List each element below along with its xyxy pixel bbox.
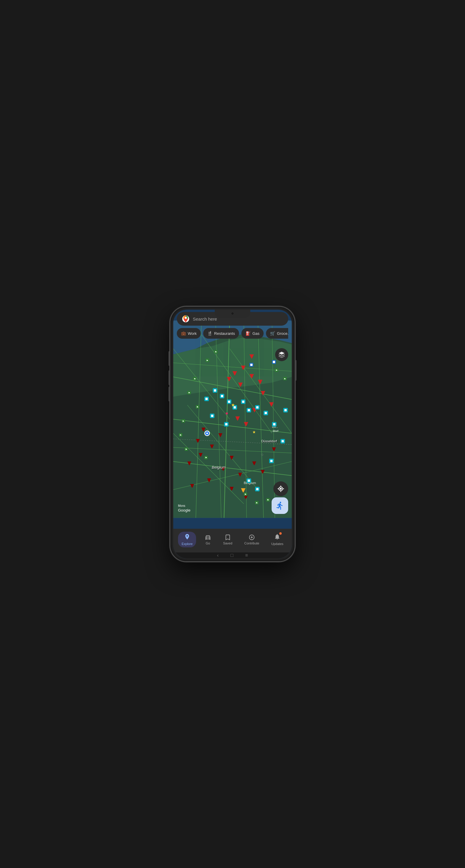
chip-work[interactable]: 💼 Work — [177, 328, 201, 339]
svg-rect-105 — [282, 440, 284, 442]
svg-point-29 — [234, 372, 236, 375]
svg-rect-99 — [211, 415, 213, 417]
nav-explore-icon-wrapper — [184, 533, 191, 541]
svg-point-166 — [206, 537, 207, 538]
svg-point-35 — [251, 375, 253, 377]
svg-point-31 — [228, 378, 230, 380]
svg-rect-147 — [273, 361, 275, 363]
nav-updates[interactable]: Updates — [268, 532, 287, 547]
category-chips: 💼 Work 🍴 Restaurants ⛽ Gas 🛒 Groce... — [177, 328, 288, 339]
svg-text:⚑: ⚑ — [205, 457, 207, 459]
svg-point-71 — [208, 479, 210, 482]
svg-text:⚑: ⚑ — [179, 434, 181, 437]
work-icon: 💼 — [181, 331, 186, 336]
svg-rect-107 — [284, 409, 287, 411]
svg-text:⚑: ⚑ — [275, 369, 278, 372]
svg-text:⚑: ⚑ — [196, 406, 198, 408]
nav-contribute[interactable]: Contribute — [241, 532, 263, 547]
phone-frame: Dü... ...ldorf Belgium — [170, 307, 295, 561]
nav-explore[interactable]: Explore — [178, 532, 196, 547]
svg-rect-109 — [270, 460, 273, 462]
svg-point-49 — [203, 429, 205, 431]
svg-point-25 — [251, 355, 253, 358]
svg-point-39 — [262, 392, 264, 395]
recents-button[interactable]: ≡ — [245, 553, 248, 558]
directions-icon — [275, 501, 284, 510]
chip-work-label: Work — [188, 331, 197, 336]
svg-text:⚑: ⚑ — [284, 378, 286, 380]
svg-point-43 — [253, 409, 256, 411]
location-button[interactable] — [273, 482, 288, 496]
mons-label: Mons — [178, 504, 191, 507]
map-container[interactable]: Dü... ...ldorf Belgium — [173, 310, 292, 529]
svg-point-69 — [262, 471, 264, 473]
explore-icon — [184, 533, 191, 540]
svg-rect-87 — [228, 401, 230, 403]
svg-rect-91 — [242, 401, 244, 403]
svg-text:★: ★ — [231, 402, 235, 407]
nav-contribute-label: Contribute — [244, 541, 259, 545]
home-button[interactable]: □ — [230, 553, 233, 558]
svg-text:⚑: ⚑ — [194, 378, 196, 380]
chip-restaurants-label: Restaurants — [214, 331, 235, 336]
nav-saved-label: Saved — [223, 541, 232, 545]
svg-marker-159 — [279, 352, 285, 355]
svg-point-77 — [191, 485, 193, 487]
svg-text:⚑: ⚑ — [206, 360, 208, 362]
layers-icon — [278, 351, 285, 358]
svg-point-156 — [242, 489, 244, 492]
chip-gas-label: Gas — [252, 331, 259, 336]
svg-point-45 — [236, 417, 239, 420]
chip-restaurants[interactable]: 🍴 Restaurants — [203, 328, 239, 339]
nav-go-label: Go — [206, 541, 210, 545]
country-label-belgium: Belgium — [212, 465, 226, 469]
svg-point-158 — [185, 317, 187, 319]
go-icon — [205, 534, 211, 540]
svg-point-51 — [197, 440, 199, 442]
google-maps-logo-icon — [181, 315, 190, 323]
svg-text:⚑: ⚑ — [215, 351, 217, 353]
map-svg: Dü... ...ldorf Belgium — [173, 310, 292, 529]
svg-text:⚑: ⚑ — [185, 448, 187, 451]
gas-icon: ⛽ — [245, 331, 251, 336]
svg-text:★: ★ — [252, 430, 256, 434]
home-bar: ‹ □ ≡ — [173, 552, 292, 558]
nav-updates-icon-wrapper — [274, 533, 281, 541]
svg-text:♥: ♥ — [225, 411, 228, 416]
nav-saved[interactable]: Saved — [220, 532, 236, 547]
layer-button[interactable] — [275, 348, 288, 361]
saved-icon — [225, 534, 231, 540]
svg-point-57 — [200, 454, 202, 456]
svg-rect-113 — [256, 488, 259, 490]
svg-rect-85 — [206, 398, 208, 400]
google-watermark: Mons Google — [178, 504, 191, 513]
directions-button[interactable] — [271, 497, 288, 514]
notch — [215, 310, 250, 318]
svg-point-37 — [259, 381, 262, 383]
back-button[interactable]: ‹ — [217, 553, 219, 558]
svg-point-154 — [206, 433, 208, 434]
svg-point-67 — [253, 462, 255, 464]
phone-screen: Dü... ...ldorf Belgium — [173, 310, 292, 558]
chip-groceries-label: Groce... — [277, 331, 288, 336]
groceries-icon: 🛒 — [270, 331, 275, 336]
city-label-dusseldorf: Düsseldorf — [261, 439, 277, 443]
contribute-icon — [249, 534, 255, 540]
nav-updates-label: Updates — [271, 542, 284, 546]
svg-rect-97 — [265, 412, 267, 414]
bottom-nav: Explore Go Saved — [173, 529, 292, 552]
svg-point-160 — [280, 488, 282, 490]
restaurants-icon: 🍴 — [207, 331, 212, 336]
camera — [231, 312, 234, 315]
svg-rect-103 — [273, 423, 275, 426]
svg-text:⚑: ⚑ — [267, 499, 269, 501]
chip-groceries[interactable]: 🛒 Groce... — [266, 328, 288, 339]
svg-rect-145 — [250, 364, 253, 366]
svg-point-61 — [231, 457, 233, 459]
google-brand-label: Google — [178, 508, 191, 513]
svg-point-27 — [242, 367, 244, 369]
chip-gas[interactable]: ⛽ Gas — [241, 328, 264, 339]
nav-go[interactable]: Go — [201, 532, 215, 547]
nav-explore-label: Explore — [181, 542, 193, 546]
svg-point-59 — [188, 462, 191, 464]
